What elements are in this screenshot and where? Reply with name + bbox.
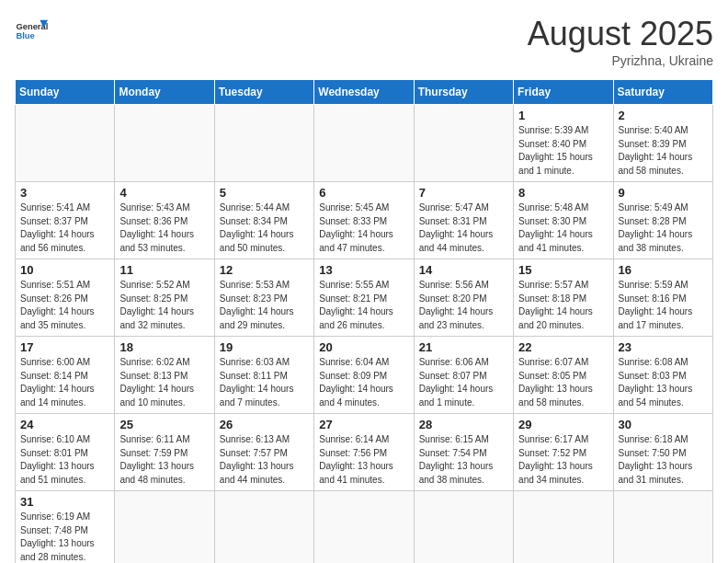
day-info: Sunrise: 6:00 AMSunset: 8:14 PMDaylight:… [20, 356, 109, 409]
day-info: Sunrise: 5:40 AMSunset: 8:39 PMDaylight:… [619, 124, 708, 178]
calendar-cell [16, 105, 115, 182]
calendar-cell: 17Sunrise: 6:00 AMSunset: 8:14 PMDayligh… [16, 337, 115, 414]
day-number: 14 [419, 263, 508, 277]
calendar-cell: 26Sunrise: 6:13 AMSunset: 7:57 PMDayligh… [214, 414, 313, 491]
weekday-header-thursday: Thursday [414, 80, 513, 105]
day-info: Sunrise: 5:57 AMSunset: 8:18 PMDaylight:… [518, 279, 608, 332]
day-info: Sunrise: 6:15 AMSunset: 7:54 PMDaylight:… [419, 433, 508, 487]
calendar-cell: 3Sunrise: 5:41 AMSunset: 8:37 PMDaylight… [16, 182, 115, 259]
day-info: Sunrise: 6:07 AMSunset: 8:05 PMDaylight:… [518, 356, 608, 409]
calendar-cell: 27Sunrise: 6:14 AMSunset: 7:56 PMDayligh… [314, 414, 414, 491]
day-info: Sunrise: 5:59 AMSunset: 8:16 PMDaylight:… [619, 279, 708, 332]
calendar-cell: 30Sunrise: 6:18 AMSunset: 7:50 PMDayligh… [613, 414, 712, 491]
calendar-cell: 4Sunrise: 5:43 AMSunset: 8:36 PMDaylight… [115, 182, 214, 259]
calendar-cell [314, 491, 414, 564]
day-info: Sunrise: 5:49 AMSunset: 8:28 PMDaylight:… [619, 201, 708, 255]
day-number: 17 [20, 340, 109, 354]
day-number: 3 [20, 186, 109, 200]
day-info: Sunrise: 6:02 AMSunset: 8:13 PMDaylight:… [119, 356, 209, 409]
day-info: Sunrise: 5:44 AMSunset: 8:34 PMDaylight:… [220, 201, 309, 255]
day-number: 27 [319, 418, 408, 431]
calendar-row-3: 17Sunrise: 6:00 AMSunset: 8:14 PMDayligh… [16, 337, 713, 414]
month-year-title: August 2025 [528, 15, 713, 53]
day-number: 10 [20, 263, 109, 277]
weekday-header-saturday: Saturday [613, 80, 712, 105]
day-number: 6 [319, 186, 408, 200]
calendar-cell: 1Sunrise: 5:39 AMSunset: 8:40 PMDaylight… [514, 105, 613, 182]
calendar-table: SundayMondayTuesdayWednesdayThursdayFrid… [15, 79, 713, 563]
calendar-cell: 19Sunrise: 6:03 AMSunset: 8:11 PMDayligh… [214, 337, 313, 414]
day-info: Sunrise: 6:04 AMSunset: 8:09 PMDaylight:… [319, 356, 408, 409]
calendar-cell: 29Sunrise: 6:17 AMSunset: 7:52 PMDayligh… [514, 414, 613, 491]
day-number: 8 [518, 186, 608, 200]
calendar-cell: 5Sunrise: 5:44 AMSunset: 8:34 PMDaylight… [214, 182, 313, 259]
calendar-cell: 13Sunrise: 5:55 AMSunset: 8:21 PMDayligh… [314, 259, 414, 337]
weekday-header-wednesday: Wednesday [314, 80, 414, 105]
weekday-header-sunday: Sunday [16, 80, 115, 105]
day-info: Sunrise: 6:13 AMSunset: 7:57 PMDaylight:… [220, 433, 309, 487]
calendar-cell [414, 491, 513, 564]
calendar-row-2: 10Sunrise: 5:51 AMSunset: 8:26 PMDayligh… [16, 259, 713, 337]
day-number: 25 [119, 418, 209, 431]
day-info: Sunrise: 5:39 AMSunset: 8:40 PMDaylight:… [518, 124, 608, 178]
weekday-header-monday: Monday [115, 80, 214, 105]
calendar-cell: 22Sunrise: 6:07 AMSunset: 8:05 PMDayligh… [514, 337, 613, 414]
day-info: Sunrise: 5:45 AMSunset: 8:33 PMDaylight:… [319, 201, 408, 255]
weekday-header-row: SundayMondayTuesdayWednesdayThursdayFrid… [16, 80, 713, 105]
calendar-cell: 10Sunrise: 5:51 AMSunset: 8:26 PMDayligh… [16, 259, 115, 337]
calendar-row-1: 3Sunrise: 5:41 AMSunset: 8:37 PMDaylight… [16, 182, 713, 259]
day-info: Sunrise: 6:08 AMSunset: 8:03 PMDaylight:… [619, 356, 708, 409]
calendar-cell: 9Sunrise: 5:49 AMSunset: 8:28 PMDaylight… [613, 182, 712, 259]
title-block: August 2025 Pyrizhna, Ukraine [528, 15, 713, 68]
day-number: 16 [619, 263, 708, 277]
page-header: General Blue August 2025 Pyrizhna, Ukrai… [15, 15, 713, 68]
day-info: Sunrise: 5:48 AMSunset: 8:30 PMDaylight:… [518, 201, 608, 255]
calendar-cell: 7Sunrise: 5:47 AMSunset: 8:31 PMDaylight… [414, 182, 513, 259]
day-number: 24 [20, 418, 109, 431]
day-info: Sunrise: 5:56 AMSunset: 8:20 PMDaylight:… [419, 279, 508, 332]
calendar-cell [314, 105, 414, 182]
weekday-header-tuesday: Tuesday [214, 80, 313, 105]
day-number: 19 [220, 340, 309, 354]
calendar-cell: 11Sunrise: 5:52 AMSunset: 8:25 PMDayligh… [115, 259, 214, 337]
calendar-cell: 31Sunrise: 6:19 AMSunset: 7:48 PMDayligh… [16, 491, 115, 564]
day-number: 15 [518, 263, 608, 277]
calendar-cell: 12Sunrise: 5:53 AMSunset: 8:23 PMDayligh… [214, 259, 313, 337]
day-info: Sunrise: 6:18 AMSunset: 7:50 PMDaylight:… [619, 433, 708, 487]
day-number: 29 [518, 418, 608, 431]
day-info: Sunrise: 5:51 AMSunset: 8:26 PMDaylight:… [20, 279, 109, 332]
day-info: Sunrise: 5:43 AMSunset: 8:36 PMDaylight:… [119, 201, 209, 255]
calendar-cell: 28Sunrise: 6:15 AMSunset: 7:54 PMDayligh… [414, 414, 513, 491]
calendar-row-0: 1Sunrise: 5:39 AMSunset: 8:40 PMDaylight… [16, 105, 713, 182]
day-number: 20 [319, 340, 408, 354]
calendar-cell: 8Sunrise: 5:48 AMSunset: 8:30 PMDaylight… [514, 182, 613, 259]
day-info: Sunrise: 6:11 AMSunset: 7:59 PMDaylight:… [119, 433, 209, 487]
day-info: Sunrise: 5:41 AMSunset: 8:37 PMDaylight:… [20, 201, 109, 255]
day-info: Sunrise: 6:17 AMSunset: 7:52 PMDaylight:… [518, 433, 608, 487]
calendar-cell [214, 491, 313, 564]
day-number: 28 [419, 418, 508, 431]
calendar-row-4: 24Sunrise: 6:10 AMSunset: 8:01 PMDayligh… [16, 414, 713, 491]
calendar-cell [414, 105, 513, 182]
calendar-cell [115, 105, 214, 182]
day-number: 30 [619, 418, 708, 431]
day-info: Sunrise: 5:55 AMSunset: 8:21 PMDaylight:… [319, 279, 408, 332]
day-info: Sunrise: 6:14 AMSunset: 7:56 PMDaylight:… [319, 433, 408, 487]
calendar-cell: 18Sunrise: 6:02 AMSunset: 8:13 PMDayligh… [115, 337, 214, 414]
day-number: 7 [419, 186, 508, 200]
day-number: 31 [20, 495, 109, 509]
day-info: Sunrise: 5:47 AMSunset: 8:31 PMDaylight:… [419, 201, 508, 255]
day-info: Sunrise: 6:10 AMSunset: 8:01 PMDaylight:… [20, 433, 109, 487]
calendar-cell: 15Sunrise: 5:57 AMSunset: 8:18 PMDayligh… [514, 259, 613, 337]
calendar-cell [514, 491, 613, 564]
calendar-cell [613, 491, 712, 564]
day-info: Sunrise: 5:52 AMSunset: 8:25 PMDaylight:… [119, 279, 209, 332]
calendar-cell: 2Sunrise: 5:40 AMSunset: 8:39 PMDaylight… [613, 105, 712, 182]
day-number: 23 [619, 340, 708, 354]
day-number: 11 [119, 263, 209, 277]
day-number: 4 [119, 186, 209, 200]
svg-text:Blue: Blue [16, 31, 34, 40]
day-number: 1 [518, 109, 608, 122]
calendar-cell: 20Sunrise: 6:04 AMSunset: 8:09 PMDayligh… [314, 337, 414, 414]
day-number: 22 [518, 340, 608, 354]
